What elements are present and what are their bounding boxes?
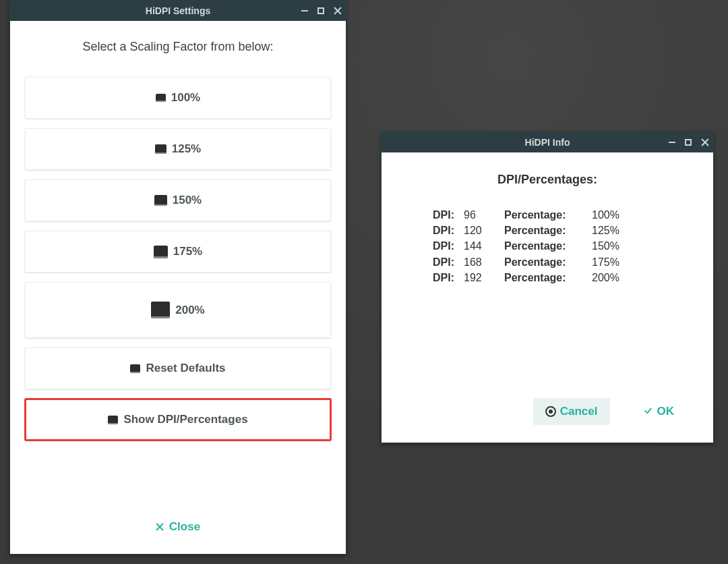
window-title: HiDPI Settings (10, 5, 346, 16)
dpi-value: 96 (464, 207, 504, 223)
table-row: DPI: 192 Percentage: 200% (433, 270, 662, 285)
monitor-icon (108, 416, 118, 424)
pct-value: 125% (592, 223, 646, 238)
monitor-icon (156, 94, 166, 102)
dpi-label: DPI: (433, 238, 464, 254)
pct-value: 175% (592, 254, 646, 270)
dpi-value: 120 (464, 223, 504, 238)
show-dpi-button[interactable]: Show DPI/Percentages (25, 399, 331, 441)
pct-value: 100% (592, 207, 646, 223)
close-button[interactable]: Close (25, 508, 331, 540)
titlebar[interactable]: HiDPI Info (382, 132, 713, 152)
titlebar[interactable]: HiDPI Settings (10, 1, 346, 21)
monitor-icon (154, 246, 168, 258)
table-row: DPI: 96 Percentage: 100% (433, 207, 662, 223)
dpi-value: 144 (464, 238, 504, 254)
window-controls (669, 132, 709, 152)
monitor-icon (151, 302, 170, 318)
scale-label: 175% (173, 245, 202, 258)
table-row: DPI: 168 Percentage: 175% (433, 254, 662, 270)
dpi-value: 168 (464, 254, 504, 270)
hidpi-settings-window: HiDPI Settings Select a Scaling Factor f… (9, 0, 346, 555)
monitor-icon (155, 144, 166, 154)
cancel-label: Cancel (560, 405, 598, 418)
button-label: Reset Defaults (146, 362, 225, 375)
close-label: Close (169, 520, 200, 534)
minimize-icon[interactable] (301, 10, 308, 11)
window-controls (301, 1, 342, 21)
pct-value: 150% (592, 238, 646, 254)
info-heading: DPI/Percentages: (413, 173, 682, 187)
dpi-label: DPI: (433, 223, 464, 238)
pct-label: Percentage: (504, 238, 592, 254)
close-icon[interactable] (334, 7, 342, 15)
scale-label: 150% (173, 194, 202, 207)
reset-defaults-button[interactable]: Reset Defaults (25, 347, 331, 389)
scale-150-button[interactable]: 150% (25, 179, 331, 221)
window-title: HiDPI Info (382, 137, 713, 148)
scale-label: 100% (171, 91, 200, 105)
hidpi-info-window: HiDPI Info DPI/Percentages: DPI: 96 Perc… (381, 132, 714, 443)
scale-100-button[interactable]: 100% (25, 77, 331, 119)
dpi-label: DPI: (433, 254, 464, 270)
dpi-label: DPI: (433, 270, 464, 285)
prompt-text: Select a Scaling Factor from below: (25, 40, 331, 54)
pct-label: Percentage: (504, 207, 592, 223)
scale-125-button[interactable]: 125% (25, 128, 331, 170)
scale-label: 125% (172, 142, 201, 156)
dpi-value: 192 (464, 270, 504, 285)
minimize-icon[interactable] (669, 142, 675, 143)
dpi-label: DPI: (433, 207, 464, 223)
button-label: Show DPI/Percentages (123, 413, 247, 426)
scale-175-button[interactable]: 175% (25, 231, 331, 273)
table-row: DPI: 144 Percentage: 150% (433, 238, 662, 254)
close-icon[interactable] (701, 138, 709, 146)
check-icon (644, 407, 653, 416)
scale-label: 200% (175, 304, 204, 317)
scale-200-button[interactable]: 200% (25, 282, 331, 338)
ok-label: OK (657, 405, 675, 418)
ok-button[interactable]: OK (644, 405, 681, 418)
monitor-icon (154, 195, 167, 206)
table-row: DPI: 120 Percentage: 125% (433, 223, 662, 238)
pct-label: Percentage: (504, 254, 592, 270)
cancel-button[interactable]: Cancel (533, 398, 610, 425)
dpi-table: DPI: 96 Percentage: 100% DPI: 120 Percen… (433, 207, 662, 285)
cancel-icon (545, 406, 556, 417)
close-x-icon (156, 523, 164, 531)
pct-label: Percentage: (504, 223, 592, 238)
pct-label: Percentage: (504, 270, 592, 285)
maximize-icon[interactable] (685, 139, 692, 146)
maximize-icon[interactable] (317, 7, 324, 14)
monitor-icon (130, 364, 140, 373)
pct-value: 200% (592, 270, 646, 285)
